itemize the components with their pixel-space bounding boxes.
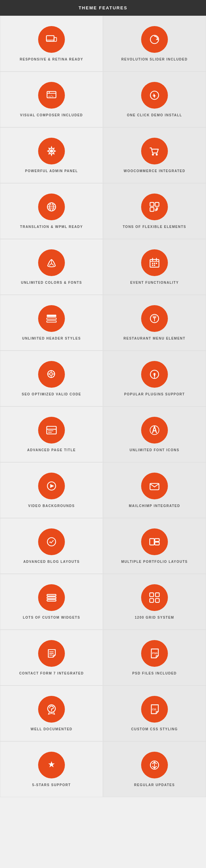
feature-cell-visual-composer: </>VISUAL COMPOSER INCLUDED [0,71,103,127]
feature-cell-font-icons: UNLIMITED FONT ICONS [103,406,206,462]
feature-cell-plugins: POPULAR PLUGINS SUPPORT [103,351,206,406]
svg-rect-56 [155,539,159,542]
feature-label-css: CUSTOM CSS STYLING [131,727,178,731]
feature-cell-admin-panel: POWERFUL ADMIN PANEL [0,127,103,183]
feature-label-woocommerce: WOOCOMMERCE INTEGRATED [124,169,185,173]
visual-composer-icon: </> [38,82,65,108]
revolution-icon [141,26,168,53]
feature-cell-mailchimp: MAILCHIMP INTEGRATED [103,462,206,518]
feature-cell-video: VIDEO BACKGROUNDS [0,462,103,518]
header-styles-icon [38,305,65,332]
feature-label-grid: 1200 GRID SYSTEM [135,616,174,619]
svg-point-74 [51,710,52,711]
header: THEME FEATURES [0,0,206,16]
feature-label-seo: SEO OPTIMIZED VALID CODE [22,393,81,396]
svg-marker-52 [50,484,54,488]
feature-cell-widgets: LOTS OF CUSTOM WIDGETS [0,574,103,630]
svg-point-12 [156,154,158,156]
feature-cell-restaurant: RESTAURANT MENU ELEMENT [103,295,206,351]
portfolio-icon [141,528,168,555]
svg-rect-59 [47,597,56,599]
svg-rect-0 [47,36,54,41]
svg-point-39 [51,374,52,375]
feature-label-updates: REGULAR UPDATES [134,783,175,787]
feature-cell-support: 5-STARS SUPPORT [0,741,103,797]
feature-cell-contact-form: CONTACT FORM 7 INTEGRATED [0,630,103,685]
feature-label-one-click: ONE CLICK DEMO INSTALL [127,113,182,117]
feature-label-responsive: RESPONSIVE & RETINA READY [20,58,83,61]
feature-cell-translation: TRANSLATION & WPML READY [0,183,103,239]
feature-cell-portfolio: MULTIPLE PORTFOLIO LAYOUTS [103,518,206,574]
svg-point-21 [156,209,158,210]
feature-label-event: EVENT FUNCTIONALITY [130,281,179,284]
feature-label-page-title: ADVANCED PAGE TITLE [27,448,76,452]
event-icon [141,249,168,276]
feature-label-visual-composer: VISUAL COMPOSER INCLUDED [20,113,83,117]
feature-cell-event: EVENT FUNCTIONALITY [103,239,206,295]
responsive-icon [38,26,65,53]
features-grid: RESPONSIVE & RETINA READYREVOLUTION SLID… [0,16,206,797]
contact-form-icon [38,640,65,667]
woocommerce-icon [141,138,168,164]
feature-label-video: VIDEO BACKGROUNDS [28,504,75,508]
colors-fonts-icon [38,249,65,276]
feature-label-documented: WELL DOCUMENTED [30,727,72,731]
feature-label-widgets: LOTS OF CUSTOM WIDGETS [23,616,80,619]
feature-cell-documented: WELL DOCUMENTED [0,685,103,741]
feature-label-psd: PSD FILES INCLUDED [132,672,177,675]
feature-cell-woocommerce: WOOCOMMERCE INTEGRATED [103,127,206,183]
feature-cell-one-click: ONE CLICK DEMO INSTALL [103,71,206,127]
svg-rect-63 [150,599,153,602]
svg-rect-30 [152,265,153,266]
feature-label-mailchimp: MAILCHIMP INTEGRATED [129,504,180,508]
svg-text:PSD: PSD [152,652,157,655]
svg-point-10 [50,149,53,153]
feature-cell-responsive: RESPONSIVE & RETINA READY [0,16,103,71]
svg-rect-32 [47,315,57,317]
feature-cell-header-styles: UNLIMITED HEADER STYLES [0,295,103,351]
svg-rect-58 [47,595,56,596]
feature-cell-blog: ADVANCED BLOG LAYOUTS [0,518,103,574]
feature-label-header-styles: UNLIMITED HEADER STYLES [22,337,81,340]
translation-icon [38,193,65,220]
svg-rect-28 [154,263,155,264]
svg-rect-46 [47,427,57,434]
svg-text:CSS: CSS [152,708,156,711]
feature-label-plugins: POPULAR PLUGINS SUPPORT [124,393,185,396]
documented-icon [38,696,65,723]
svg-rect-19 [155,203,159,206]
mailchimp-icon [141,473,168,499]
feature-cell-revolution: REVOLUTION SLIDER INCLUDED [103,16,206,71]
feature-cell-grid: 1200 GRID SYSTEM [103,574,206,630]
svg-rect-62 [155,593,159,597]
video-icon [38,473,65,499]
svg-rect-61 [150,593,153,597]
feature-label-admin-panel: POWERFUL ADMIN PANEL [25,169,78,173]
feature-cell-seo: SEO OPTIMIZED VALID CODE [0,351,103,406]
feature-cell-colors-fonts: UNLIMITED COLORS & FONTS [0,239,103,295]
svg-text:</>: </> [49,95,54,98]
admin-panel-icon [38,138,65,164]
restaurant-icon [141,305,168,332]
font-icons-icon [141,417,168,443]
grid-icon [141,584,168,611]
feature-label-colors-fonts: UNLIMITED COLORS & FONTS [21,281,82,284]
svg-rect-27 [152,263,153,264]
seo-icon [38,361,65,388]
feature-label-revolution: REVOLUTION SLIDER INCLUDED [121,58,187,61]
svg-rect-18 [150,203,154,206]
svg-rect-20 [150,208,154,211]
widgets-icon [38,584,65,611]
feature-label-font-icons: UNLIMITED FONT ICONS [130,448,180,452]
feature-cell-psd: PSDPSD FILES INCLUDED [103,630,206,685]
support-icon [38,752,65,778]
plugins-icon [141,361,168,388]
page-title-icon [38,417,65,443]
feature-cell-updates: REGULAR UPDATES [103,741,206,797]
css-icon: CSS [141,696,168,723]
svg-rect-55 [150,539,154,545]
one-click-icon [141,82,168,108]
svg-rect-57 [155,542,159,545]
feature-cell-css: CSSCUSTOM CSS STYLING [103,685,206,741]
svg-point-11 [152,154,154,156]
